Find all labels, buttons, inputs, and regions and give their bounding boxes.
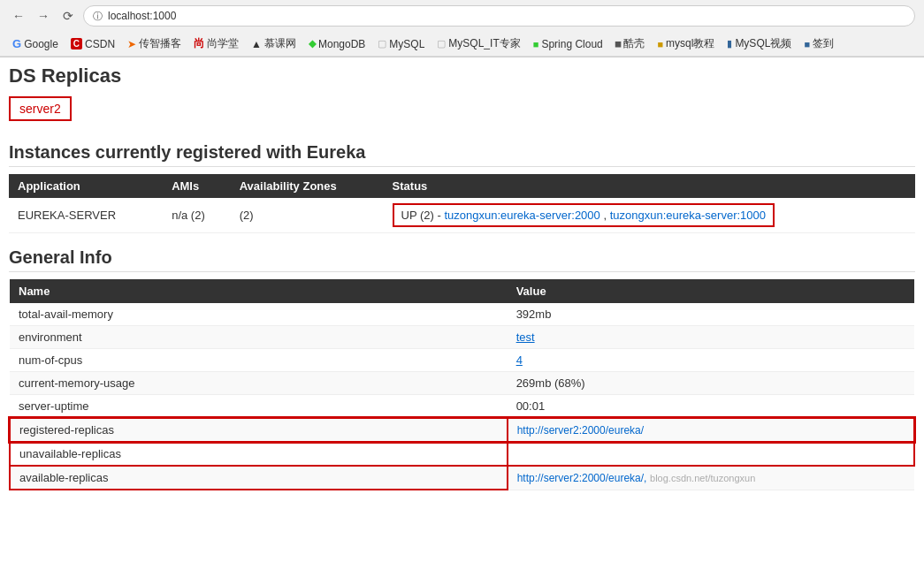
info-name: total-avail-memory: [10, 303, 508, 326]
table-row: total-avail-memory 392mb: [10, 303, 914, 326]
browser-nav: ← → ⟳ ⓘ localhost:1000: [0, 0, 924, 32]
bookmark-label: 传智播客: [139, 36, 181, 51]
address-bar[interactable]: ⓘ localhost:1000: [83, 5, 915, 27]
csdn-icon: C: [71, 38, 82, 49]
info-value: 269mb (68%): [508, 372, 914, 395]
lock-icon: ⓘ: [93, 10, 103, 23]
mysql-tutorial-icon: ■: [657, 39, 663, 49]
mysql-video-icon: ▮: [727, 38, 732, 49]
bookmark-label: CSDN: [85, 38, 115, 50]
status-link-2000[interactable]: tuzongxun:eureka-server:2000: [444, 209, 599, 222]
instances-heading: Instances currently registered with Eure…: [9, 142, 915, 167]
bookmark-label: 慕课网: [264, 36, 296, 51]
bookmark-label: 酷壳: [623, 36, 645, 51]
status-text: UP (2) -: [401, 209, 445, 222]
bookmark-label: 签到: [813, 36, 834, 51]
page-content: DS Replicas server2 Instances currently …: [0, 65, 924, 515]
bookmark-label: MySQL: [389, 38, 424, 50]
bookmark-shangxuetang[interactable]: 尚 尚学堂: [188, 34, 244, 53]
url-text: localhost:1000: [108, 10, 176, 22]
info-value: [508, 442, 914, 466]
table-row: num-of-cpus 4: [10, 349, 914, 372]
bookmark-label: mysql教程: [666, 36, 714, 51]
reload-button[interactable]: ⟳: [58, 6, 78, 26]
bookmark-label: Spring Cloud: [541, 38, 602, 50]
bookmark-mukewang[interactable]: ▲ 慕课网: [246, 34, 302, 53]
status-link-1000[interactable]: tuzongxun:eureka-server:1000: [610, 209, 766, 222]
info-value: 4: [508, 349, 914, 372]
bookmark-google[interactable]: G Google: [7, 35, 64, 52]
instance-application: EUREKA-SERVER: [9, 198, 163, 233]
back-button[interactable]: ←: [9, 6, 28, 26]
signin-icon: ■: [804, 39, 810, 49]
bookmark-mysql[interactable]: ▢ MySQL: [372, 36, 430, 52]
mysql-icon: ▢: [378, 38, 386, 49]
mysql-it-icon: ▢: [437, 38, 446, 49]
instances-col-zones: Availability Zones: [231, 174, 384, 198]
bookmark-csdn[interactable]: C CSDN: [65, 36, 120, 52]
bookmark-chuanzhi[interactable]: ➤ 传智播客: [122, 34, 187, 53]
table-row: unavailable-replicas: [10, 442, 914, 466]
info-name: num-of-cpus: [10, 349, 508, 372]
chuanzhi-icon: ➤: [127, 38, 136, 50]
bookmark-mysql-video[interactable]: ▮ MySQL视频: [722, 34, 797, 53]
spring-cloud-icon: ■: [533, 39, 539, 49]
info-col-name: Name: [10, 279, 508, 303]
mukewang-icon: ▲: [251, 38, 262, 50]
mongodb-icon: ◆: [309, 38, 316, 49]
info-name: current-memory-usage: [10, 372, 508, 395]
bookmark-label: MySQL视频: [735, 36, 791, 51]
bookmark-cool-shell[interactable]: ■ 酷壳: [610, 34, 651, 53]
table-row: EUREKA-SERVER n/a (2) (2) UP (2) - tuzon…: [9, 198, 915, 233]
coolshell-icon: ■: [615, 38, 622, 49]
shangxuetang-icon: 尚: [194, 36, 204, 51]
bookmark-label: MongoDB: [318, 38, 365, 50]
bookmark-label: MySQL_IT专家: [448, 36, 520, 51]
bookmarks-bar: G Google C CSDN ➤ 传智播客 尚 尚学堂 ▲ 慕课网 ◆ Mon…: [0, 32, 924, 57]
info-value: http://server2:2000/eureka/: [508, 418, 914, 442]
watermark: blog.csdn.net/tuzongxun: [650, 473, 755, 483]
table-row: available-replicas http://server2:2000/e…: [10, 466, 914, 490]
table-row: registered-replicas http://server2:2000/…: [10, 418, 914, 442]
table-row: environment test: [10, 326, 914, 349]
available-replicas-link[interactable]: http://server2:2000/eureka/,: [517, 472, 647, 484]
environment-link[interactable]: test: [516, 330, 535, 344]
status-separator: ,: [600, 209, 610, 222]
bookmark-label: 尚学堂: [207, 36, 239, 51]
bookmark-mongodb[interactable]: ◆ MongoDB: [303, 36, 370, 52]
info-name: server-uptime: [10, 395, 508, 419]
cpus-link[interactable]: 4: [516, 353, 523, 367]
info-name: available-replicas: [10, 466, 508, 490]
bookmark-spring-cloud[interactable]: ■ Spring Cloud: [528, 36, 608, 52]
server2-badge: server2: [9, 96, 72, 121]
forward-button[interactable]: →: [34, 6, 53, 26]
bookmark-signin[interactable]: ■ 签到: [798, 34, 839, 53]
table-row: server-uptime 00:01: [10, 395, 914, 419]
google-icon: G: [12, 37, 21, 50]
instance-amis: n/a (2): [163, 198, 231, 233]
info-name: unavailable-replicas: [10, 442, 508, 466]
general-info-table: Name Value total-avail-memory 392mb envi…: [9, 279, 915, 490]
info-value: 392mb: [508, 303, 914, 326]
info-value: 00:01: [508, 395, 914, 419]
browser-chrome: ← → ⟳ ⓘ localhost:1000 G Google C CSDN ➤…: [0, 0, 924, 57]
ds-replicas-heading: DS Replicas: [9, 65, 915, 87]
info-value: test: [508, 326, 914, 349]
instances-col-application: Application: [9, 174, 163, 198]
general-heading: General Info: [9, 247, 915, 272]
info-name: registered-replicas: [10, 418, 508, 442]
bookmark-mysql-it[interactable]: ▢ MySQL_IT专家: [431, 34, 525, 53]
instances-col-amis: AMIs: [163, 174, 231, 198]
status-badge: UP (2) - tuzongxun:eureka-server:2000 , …: [393, 203, 775, 227]
instances-table: Application AMIs Availability Zones Stat…: [9, 174, 915, 233]
instances-col-status: Status: [384, 174, 915, 198]
info-name: environment: [10, 326, 508, 349]
instance-zones: (2): [231, 198, 384, 233]
table-row: current-memory-usage 269mb (68%): [10, 372, 914, 395]
bookmark-label: Google: [24, 38, 58, 50]
info-value: http://server2:2000/eureka/, blog.csdn.n…: [508, 466, 914, 490]
instance-status: UP (2) - tuzongxun:eureka-server:2000 , …: [384, 198, 915, 233]
registered-replicas-link[interactable]: http://server2:2000/eureka/: [517, 424, 644, 437]
bookmark-mysql-tutorial[interactable]: ■ mysql教程: [652, 34, 720, 53]
info-col-value: Value: [508, 279, 914, 303]
